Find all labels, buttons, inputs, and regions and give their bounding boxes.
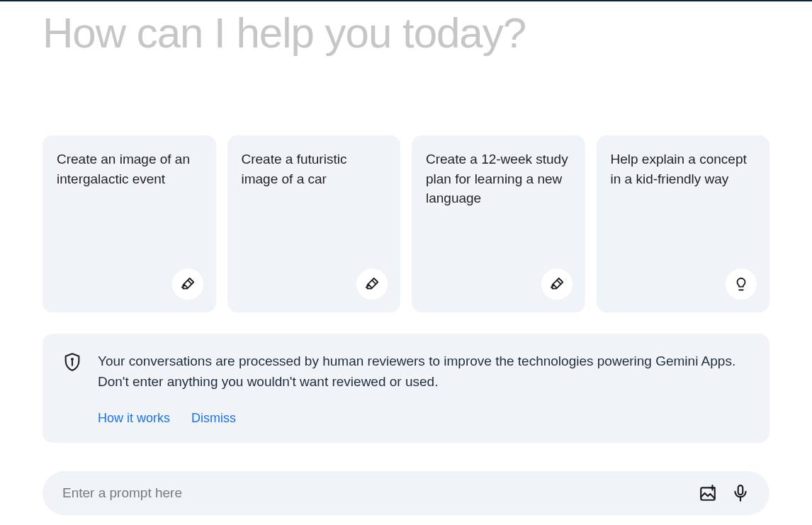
svg-rect-3	[738, 485, 743, 495]
suggestion-card-2[interactable]: Create a 12-week study plan for learning…	[412, 135, 585, 312]
page-heading: How can I help you today?	[43, 9, 769, 57]
microphone-icon[interactable]	[731, 484, 750, 502]
suggestion-card-text: Create an image of an intergalactic even…	[57, 149, 202, 188]
prompt-input-bar	[43, 471, 769, 515]
suggestion-card-3[interactable]: Help explain a concept in a kid-friendly…	[597, 135, 770, 312]
draw-icon	[541, 269, 573, 300]
draw-icon	[356, 269, 388, 300]
suggestion-cards-row: Create an image of an intergalactic even…	[43, 135, 769, 312]
draw-icon	[172, 269, 203, 300]
lightbulb-icon	[726, 269, 757, 300]
prompt-input[interactable]	[62, 485, 684, 501]
dismiss-button[interactable]: Dismiss	[191, 411, 236, 426]
privacy-notice: Your conversations are processed by huma…	[43, 334, 769, 443]
privacy-notice-text: Your conversations are processed by huma…	[98, 351, 750, 393]
suggestion-card-1[interactable]: Create a futuristic image of a car	[227, 135, 401, 312]
suggestion-card-0[interactable]: Create an image of an intergalactic even…	[43, 135, 216, 312]
svg-point-0	[72, 359, 73, 360]
how-it-works-link[interactable]: How it works	[98, 411, 170, 426]
suggestion-card-text: Help explain a concept in a kid-friendly…	[611, 149, 756, 188]
shield-info-icon	[62, 352, 82, 372]
suggestion-card-text: Create a futuristic image of a car	[242, 149, 387, 188]
suggestion-card-text: Create a 12-week study plan for learning…	[426, 149, 571, 208]
add-image-icon[interactable]	[699, 484, 717, 502]
